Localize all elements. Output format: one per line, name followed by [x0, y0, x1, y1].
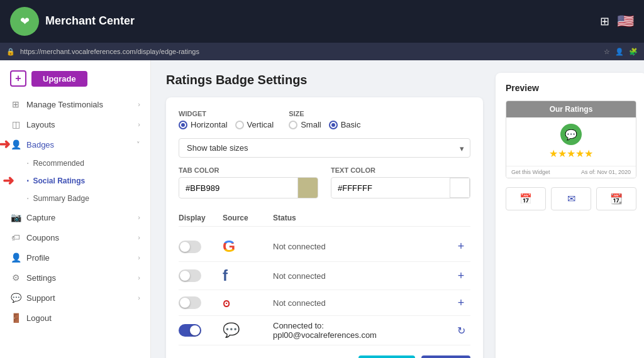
vertical-radio-dot	[235, 121, 244, 129]
th-source: Source	[223, 214, 273, 222]
chevron-icon-support: ›	[138, 294, 140, 301]
horizontal-radio-dot	[179, 121, 187, 129]
sidebar-sub-summary-badge[interactable]: · Summary Badge	[0, 190, 150, 207]
sources-table-header: Display Source Status	[179, 210, 470, 227]
widget-vertical-option[interactable]: Vertical	[235, 120, 274, 129]
vocalref-toggle-knob	[190, 325, 200, 335]
vocalref-toggle-wrap	[179, 324, 223, 337]
widget-size-row: Widget Horizontal Vertical	[179, 110, 470, 129]
sidebar-label-logout: Logout	[26, 313, 140, 323]
size-small-option[interactable]: Small	[289, 120, 321, 129]
dot-summary-badge: ·	[26, 193, 29, 203]
tab-color-input[interactable]	[179, 179, 297, 197]
urlbar: 🔒 https://merchant.vocalreferences.com/d…	[0, 43, 644, 60]
refresh-button[interactable]: ↻	[457, 325, 465, 337]
plus-button[interactable]: +	[10, 70, 26, 87]
size-label: Size	[289, 110, 360, 117]
facebook-logo: f	[223, 267, 273, 285]
basic-label: Basic	[341, 120, 361, 129]
source-row-google: G Not connected +	[179, 232, 470, 262]
small-radio-dot	[289, 121, 297, 129]
table-sizes-dropdown-wrapper: Show table sizes ▾	[179, 138, 470, 158]
facebook-add-button[interactable]: +	[458, 269, 465, 283]
sidebar-item-capture[interactable]: 📷 Capture ›	[0, 207, 150, 227]
yelp-toggle-wrap	[179, 296, 223, 309]
vocalref-logo: 💬	[223, 322, 273, 339]
layouts-icon: ◫	[10, 119, 21, 129]
chevron-icon-layouts: ›	[138, 121, 140, 128]
sidebar-sub-recommended[interactable]: · Recommended	[0, 155, 150, 172]
table-sizes-row: Show table sizes ▾	[179, 138, 470, 158]
topbar-left: Merchant Center	[10, 7, 135, 36]
yelp-logo: ꙩ	[223, 295, 273, 310]
preview-widget: Our Ratings 💬 ★★★★★ Get this Widget As o…	[506, 100, 636, 178]
star-icon[interactable]: ☆	[604, 48, 610, 56]
sidebar: + Upgrade ⊞ Manage Testimonials › ◫ Layo…	[0, 60, 151, 358]
google-toggle-wrap	[179, 241, 223, 253]
save-button[interactable]: Save	[421, 355, 470, 358]
preview-panel: Preview Our Ratings 💬 ★★★★★ Get this Wid…	[496, 73, 644, 358]
google-toggle[interactable]	[179, 241, 201, 253]
upgrade-button[interactable]: Upgrade	[31, 71, 87, 87]
facebook-status: Not connected	[273, 271, 452, 281]
facebook-icon: f	[223, 267, 228, 285]
url-text: https://merchant.vocalreferences.com/dis…	[20, 48, 199, 55]
preview-action-share[interactable]: 📆	[596, 187, 636, 210]
size-basic-option[interactable]: Basic	[329, 120, 361, 129]
yelp-icon: ꙩ	[223, 295, 230, 310]
preview-action-email[interactable]: ✉	[551, 187, 591, 210]
facebook-toggle-knob	[180, 271, 190, 281]
grid-icon[interactable]: ⊞	[600, 14, 609, 28]
preview-stars: ★★★★★	[549, 148, 593, 160]
text-color-input[interactable]	[331, 179, 450, 197]
google-status: Not connected	[273, 242, 452, 251]
ext-icon[interactable]: 🧩	[629, 48, 638, 56]
main-panel: Ratings Badge Settings Widget Horizontal	[166, 73, 483, 358]
google-add-button[interactable]: +	[458, 240, 465, 253]
sidebar-label-support: Support	[26, 293, 133, 303]
yelp-status: Not connected	[273, 298, 452, 308]
social-ratings-arrow-indicator: ➜	[3, 173, 14, 189]
preview-actions: 📅 ✉ 📆	[506, 187, 636, 210]
sidebar-item-logout[interactable]: 🚪 Logout	[0, 308, 150, 328]
capture-icon: 📷	[10, 212, 21, 222]
preview-button[interactable]: Preview	[358, 355, 414, 358]
text-color-field: Text Color	[331, 166, 470, 198]
sidebar-item-badges[interactable]: ➜ 👤 Badges ˅	[0, 134, 150, 155]
sidebar-item-settings[interactable]: ⚙ Settings ›	[0, 268, 150, 288]
sidebar-item-coupons[interactable]: 🏷 Coupons ›	[0, 227, 150, 247]
sidebar-item-manage-testimonials[interactable]: ⊞ Manage Testimonials ›	[0, 94, 150, 114]
facebook-toggle[interactable]	[179, 269, 201, 282]
yelp-toggle[interactable]	[179, 296, 201, 309]
widget-horizontal-option[interactable]: Horizontal	[179, 120, 228, 129]
text-color-swatch[interactable]	[450, 178, 470, 198]
table-sizes-select[interactable]: Show table sizes	[179, 138, 470, 158]
th-status: Status	[273, 214, 470, 222]
yelp-add-button[interactable]: +	[458, 296, 465, 310]
sidebar-label-capture: Capture	[26, 213, 133, 222]
facebook-action: +	[452, 269, 470, 283]
preview-logo-bubble: 💬	[560, 124, 582, 145]
tab-color-swatch[interactable]	[297, 178, 318, 198]
logout-icon: 🚪	[10, 313, 21, 323]
logo-icon	[10, 7, 39, 36]
basic-radio-dot	[329, 121, 338, 129]
sidebar-sub-social-ratings[interactable]: ➜ · Social Ratings	[0, 172, 150, 190]
sidebar-item-layouts[interactable]: ◫ Layouts ›	[0, 114, 150, 134]
main-layout: + Upgrade ⊞ Manage Testimonials › ◫ Layo…	[0, 60, 644, 358]
preview-action-calendar[interactable]: 📅	[506, 187, 546, 210]
flag-icon[interactable]: 🇺🇸	[617, 13, 634, 30]
sidebar-item-support[interactable]: 💬 Support ›	[0, 288, 150, 308]
google-logo: G	[223, 237, 273, 256]
user-icon[interactable]: 👤	[615, 48, 624, 56]
google-action: +	[452, 240, 470, 253]
preview-footer: Get this Widget As of: Nov 01, 2020	[506, 166, 636, 178]
topbar: Merchant Center ⊞ 🇺🇸	[0, 0, 644, 43]
vocalref-toggle[interactable]	[179, 324, 201, 337]
chevron-icon-capture: ›	[138, 214, 140, 221]
badges-arrow-indicator: ➜	[0, 136, 10, 153]
widget-label: Widget	[179, 110, 274, 117]
sub-label-social-ratings: Social Ratings	[33, 176, 85, 185]
chevron-icon-coupons: ›	[138, 234, 140, 241]
sidebar-item-profile[interactable]: 👤 Profile ›	[0, 247, 150, 268]
